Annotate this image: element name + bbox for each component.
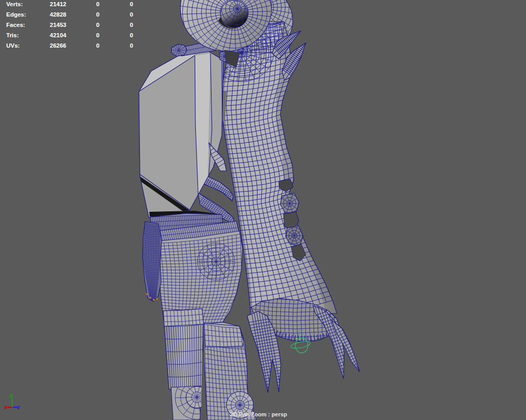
svg-text:0: 0 [96, 32, 99, 38]
svg-text:Verts:: Verts: [6, 1, 23, 7]
svg-text:0: 0 [130, 42, 133, 49]
svg-text:21412: 21412 [50, 1, 66, 7]
svg-text:2D Pan/Zoom : persp: 2D Pan/Zoom : persp [230, 411, 287, 417]
svg-text:0: 0 [96, 11, 99, 18]
svg-text:0: 0 [130, 11, 133, 18]
svg-text:y: y [10, 392, 13, 398]
svg-text:26266: 26266 [50, 42, 66, 49]
svg-text:z: z [17, 404, 20, 410]
svg-text:0: 0 [130, 1, 133, 7]
svg-text:0: 0 [96, 1, 99, 7]
svg-text:Faces:: Faces: [6, 22, 25, 28]
svg-text:21453: 21453 [50, 22, 66, 28]
svg-text:Edges:: Edges: [6, 11, 26, 18]
svg-text:42104: 42104 [50, 32, 67, 38]
svg-text:0: 0 [96, 22, 99, 28]
svg-text:42828: 42828 [50, 11, 67, 18]
svg-text:0: 0 [96, 42, 99, 49]
svg-text:x: x [4, 404, 8, 410]
svg-text:0: 0 [130, 22, 133, 28]
svg-text:UVs:: UVs: [6, 42, 20, 49]
svg-text:Tris:: Tris: [6, 32, 19, 38]
svg-text:0: 0 [130, 32, 133, 38]
